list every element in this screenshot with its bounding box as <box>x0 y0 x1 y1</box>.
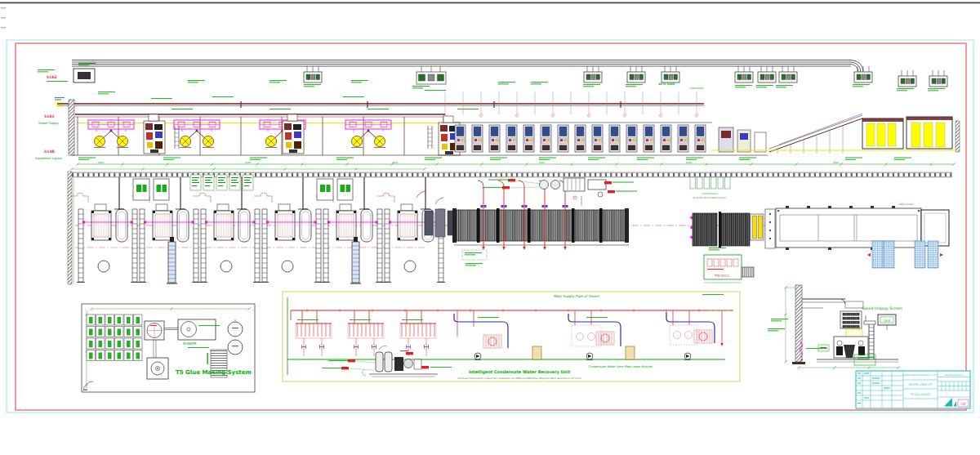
transfer-units <box>719 127 766 152</box>
cad-drawing: 5162 5161 Steam Supply 5148 Equipment La… <box>0 0 980 455</box>
reel-cabinet <box>862 118 903 149</box>
plan-view-band: Control Room By Center Air Condition Ele… <box>68 167 952 284</box>
speed-display-label: Speed Display Screen <box>862 306 902 310</box>
green-note-under-drum <box>462 250 487 265</box>
radiator-bank <box>296 323 332 356</box>
glue-grid <box>87 314 142 361</box>
mixer <box>145 321 164 340</box>
elevation-code-1: 5162 <box>47 75 57 79</box>
press-machine <box>817 301 898 362</box>
dim-label: 2000 <box>539 161 545 164</box>
station-code-2: 1300x1600 <box>689 87 703 90</box>
pallet <box>884 241 894 268</box>
center-elevator <box>350 237 361 283</box>
glue-system: BUNKER T5 Glue Making System <box>82 304 255 392</box>
schematic-subtitle: Hot Steam Consumption is about 4t/h, pro… <box>457 377 582 380</box>
speed-display: 18.8 <box>878 314 896 330</box>
crane-rail <box>72 60 863 73</box>
logo-text: HZ <box>961 402 966 406</box>
calender-blocks <box>691 209 776 248</box>
trc-panel: TRC0912 <box>704 248 754 283</box>
control-room-text2: By Center Air Condition Electric <box>693 197 727 199</box>
unwinder-unit <box>88 120 134 148</box>
production-line-elevation: 3000 2000 2000 2000 2000 3000 <box>69 100 960 166</box>
storage-tanks <box>228 319 243 355</box>
crane-stations: 4970 5000 1300x1600 <box>74 63 947 91</box>
radiator-bank <box>348 323 384 356</box>
dimension-chain: 3000 2000 2000 2000 2000 3000 <box>76 161 955 166</box>
blue-loop <box>666 310 724 360</box>
dim-label: 2000 <box>245 161 251 164</box>
schematic: Main Supply Pipe of Steam <box>283 292 740 381</box>
dim-label: 3000 <box>833 161 839 164</box>
titleblock-drawing-no: A1234-2006-2-V <box>945 373 964 377</box>
dim-label: 2000 <box>686 161 692 164</box>
page-top-rule <box>0 2 980 29</box>
reel-cabinet <box>906 117 952 149</box>
flow-arrow <box>940 253 943 256</box>
speed-display-value: 18.8 <box>884 319 891 323</box>
unwinder-unit <box>174 120 220 148</box>
recovery-unit <box>322 346 452 377</box>
left-margin-labels: 5162 5161 Steam Supply 5148 Equipment La… <box>35 69 68 160</box>
schematic-top-label: Main Supply Pipe of Steam <box>554 294 599 298</box>
cad-viewport: 5162 5161 Steam Supply 5148 Equipment La… <box>0 0 980 455</box>
elevation-annotations <box>78 158 911 160</box>
control-room-label: Control Room By Center Air Condition Ele… <box>690 177 730 199</box>
title-block: XINHE PAPER MACHINERY CO.,LTD W3750-2508… <box>856 371 970 408</box>
bunker-label: BUNKER <box>183 341 197 346</box>
press-cluster <box>144 114 165 154</box>
trc-code: TRC0912 <box>714 274 729 278</box>
control-room-text: Control Room <box>702 192 718 195</box>
station-code-1: 4970 5000 <box>658 83 675 86</box>
reel-note: 1800 52rpm <box>898 203 914 206</box>
small-green-boxes <box>190 175 253 190</box>
schematic-title: Intelligent Condensate Water Recovery Un… <box>469 369 571 375</box>
pendant-drops <box>445 91 697 114</box>
elevation-label-3: Equipment Layout <box>35 157 62 160</box>
pump-unit <box>147 340 168 379</box>
titleblock-drawing-name: T5 GA LAYOUT <box>910 393 931 396</box>
center-elevator <box>167 237 177 283</box>
pallet <box>872 241 883 268</box>
incline-conveyor <box>769 114 862 154</box>
pallet <box>928 241 938 268</box>
ladder <box>175 126 179 149</box>
unwinder-unit <box>345 120 391 148</box>
dryer-modules <box>454 123 712 152</box>
elevation-code-3: 5148 <box>44 149 55 154</box>
bunker: BUNKER <box>178 319 220 348</box>
bracket-label: Condensate Water Main Pipe Lower Bracket <box>589 365 653 368</box>
elevation-label-2: Steam Supply <box>38 122 60 125</box>
dryer-drum <box>452 208 629 245</box>
vacuum-unit <box>483 178 637 206</box>
pendant-drop-ends <box>443 114 697 117</box>
glue-system-title: T5 Glue Making System <box>176 369 252 376</box>
rotated-note <box>207 353 208 364</box>
flow-arrow <box>867 253 871 256</box>
titleblock-company: XINHE PAPER MACHINERY CO.,LTD <box>903 374 938 377</box>
pallet <box>915 241 925 268</box>
hatch-column <box>795 285 802 362</box>
elevation-code-2: 5161 <box>44 114 55 118</box>
ladder <box>428 126 432 149</box>
right-section: Speed Display Screen 18.8 <box>768 285 902 369</box>
titleblock-model: W3750-2508-7/P <box>909 383 932 386</box>
dim-label: 3000 <box>98 161 104 164</box>
dim-label: 2000 <box>392 161 398 164</box>
